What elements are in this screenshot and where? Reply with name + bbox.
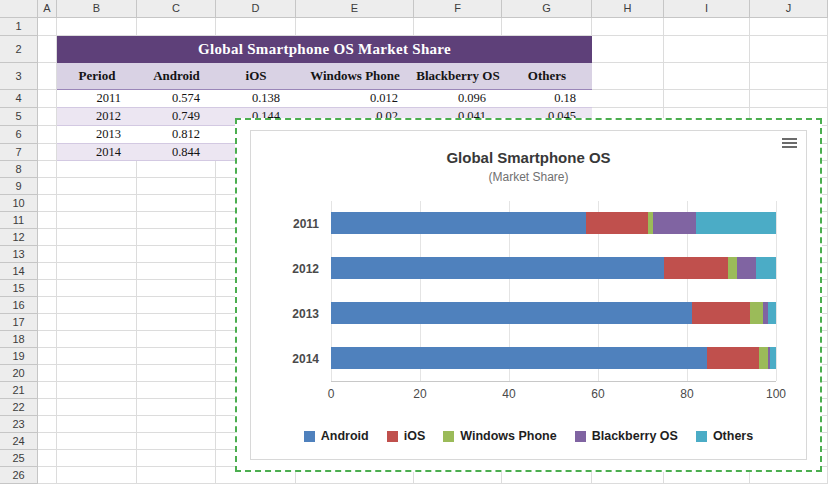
legend-label: iOS <box>404 429 426 443</box>
table-cell[interactable]: 2012 <box>57 108 137 125</box>
row-header-14[interactable]: 14 <box>0 263 37 280</box>
row-header-9[interactable]: 9 <box>0 178 37 195</box>
plot-area: 2011201220132014 <box>331 201 776 382</box>
column-header-I[interactable]: I <box>664 0 750 17</box>
row-header-5[interactable]: 5 <box>0 108 37 126</box>
row-header-6[interactable]: 6 <box>0 126 37 144</box>
table-cell[interactable]: 2011 <box>57 90 137 107</box>
table-cell[interactable]: 0.844 <box>137 144 216 160</box>
column-header-H[interactable]: H <box>592 0 664 17</box>
column-header-G[interactable]: G <box>502 0 592 17</box>
bar-segment-ios[interactable] <box>707 347 759 369</box>
table-cell[interactable]: 0.812 <box>137 126 216 143</box>
bar-track <box>331 212 776 234</box>
legend-swatch <box>696 431 707 442</box>
bar-segment-blackberry-os[interactable] <box>737 257 755 279</box>
row-header-20[interactable]: 20 <box>0 365 37 382</box>
row-header-7[interactable]: 7 <box>0 144 37 161</box>
hamburger-menu-icon[interactable] <box>782 138 797 150</box>
spreadsheet-app: ABCDEFGHIJ 12345678910111213141516171819… <box>0 0 828 484</box>
column-header-J[interactable]: J <box>750 0 828 17</box>
category-label: 2011 <box>293 217 319 231</box>
table-cell[interactable]: 0.012 <box>296 90 414 107</box>
table-header-row: PeriodAndroidiOSWindows PhoneBlackberry … <box>57 63 592 90</box>
table-title: Global Smartphone OS Market Share <box>57 36 592 63</box>
row-header-19[interactable]: 19 <box>0 348 37 365</box>
bar-segment-others[interactable] <box>770 347 776 369</box>
row-header-23[interactable]: 23 <box>0 416 37 433</box>
row-header-22[interactable]: 22 <box>0 399 37 416</box>
row-header-24[interactable]: 24 <box>0 433 37 450</box>
table-column-header-blackberry-os[interactable]: Blackberry OS <box>414 63 502 89</box>
column-header-F[interactable]: F <box>414 0 502 17</box>
row-header-15[interactable]: 15 <box>0 280 37 297</box>
x-axis-tick-label: 100 <box>766 387 786 401</box>
column-header-C[interactable]: C <box>137 0 216 17</box>
x-axis-tick-label: 80 <box>680 387 693 401</box>
bar-segment-android[interactable] <box>331 302 692 324</box>
table-cell[interactable]: 0.138 <box>216 90 296 107</box>
row-header-16[interactable]: 16 <box>0 297 37 314</box>
legend-item-ios[interactable]: iOS <box>387 429 426 443</box>
bar-track <box>331 257 776 279</box>
table-cell[interactable]: 0.096 <box>414 90 502 107</box>
legend-swatch <box>304 431 315 442</box>
row-header-25[interactable]: 25 <box>0 450 37 467</box>
column-header-A[interactable]: A <box>38 0 57 17</box>
bar-track <box>331 347 776 369</box>
legend-item-blackberry-os[interactable]: Blackberry OS <box>575 429 678 443</box>
row-header-2[interactable]: 2 <box>0 36 37 63</box>
row-header-3[interactable]: 3 <box>0 63 37 90</box>
bar-segment-windows-phone[interactable] <box>759 347 769 369</box>
chart-legend: AndroidiOSWindows PhoneBlackberry OSOthe… <box>251 429 806 443</box>
table-column-header-period[interactable]: Period <box>57 63 137 89</box>
table-cell[interactable]: 0.574 <box>137 90 216 107</box>
bar-segment-android[interactable] <box>331 212 586 234</box>
x-axis-tick-label: 0 <box>328 387 335 401</box>
bar-segment-windows-phone[interactable] <box>750 302 763 324</box>
row-header-8[interactable]: 8 <box>0 161 37 178</box>
select-all-corner[interactable] <box>0 0 38 18</box>
legend-item-android[interactable]: Android <box>304 429 369 443</box>
table-cell[interactable]: 2014 <box>57 144 137 160</box>
bar-segment-android[interactable] <box>331 347 707 369</box>
bar-segment-ios[interactable] <box>692 302 749 324</box>
bar-row: 2012 <box>331 246 776 291</box>
row-headers: 1234567891011121314151617181920212223242… <box>0 18 38 484</box>
bar-segment-android[interactable] <box>331 257 664 279</box>
table-column-header-android[interactable]: Android <box>137 63 216 89</box>
chart-object[interactable]: Global Smartphone OS (Market Share) 2011… <box>235 118 822 472</box>
table-cell[interactable]: 0.749 <box>137 108 216 125</box>
row-header-4[interactable]: 4 <box>0 90 37 108</box>
row-header-18[interactable]: 18 <box>0 331 37 348</box>
table-column-header-others[interactable]: Others <box>502 63 592 89</box>
row-header-11[interactable]: 11 <box>0 212 37 229</box>
table-cell[interactable]: 2013 <box>57 126 137 143</box>
bar-segment-others[interactable] <box>768 302 776 324</box>
row-header-13[interactable]: 13 <box>0 246 37 263</box>
row-header-21[interactable]: 21 <box>0 382 37 399</box>
table-row: 20110.5740.1380.0120.0960.18 <box>57 90 592 108</box>
row-header-17[interactable]: 17 <box>0 314 37 331</box>
row-header-1[interactable]: 1 <box>0 18 37 36</box>
bar-segment-others[interactable] <box>696 212 776 234</box>
bar-segment-ios[interactable] <box>664 257 728 279</box>
row-header-12[interactable]: 12 <box>0 229 37 246</box>
bar-segment-others[interactable] <box>756 257 776 279</box>
legend-label: Android <box>321 429 369 443</box>
table-column-header-windows-phone[interactable]: Windows Phone <box>296 63 414 89</box>
bar-row: 2011 <box>331 201 776 246</box>
bar-segment-ios[interactable] <box>586 212 647 234</box>
column-header-B[interactable]: B <box>57 0 137 17</box>
table-cell[interactable]: 0.18 <box>502 90 592 107</box>
row-header-26[interactable]: 26 <box>0 467 37 484</box>
legend-item-others[interactable]: Others <box>696 429 753 443</box>
row-header-10[interactable]: 10 <box>0 195 37 212</box>
bar-segment-blackberry-os[interactable] <box>653 212 696 234</box>
table-column-header-ios[interactable]: iOS <box>216 63 296 89</box>
column-header-D[interactable]: D <box>216 0 296 17</box>
bar-segment-windows-phone[interactable] <box>728 257 737 279</box>
legend-item-windows-phone[interactable]: Windows Phone <box>443 429 556 443</box>
column-header-E[interactable]: E <box>296 0 414 17</box>
legend-swatch <box>443 431 454 442</box>
